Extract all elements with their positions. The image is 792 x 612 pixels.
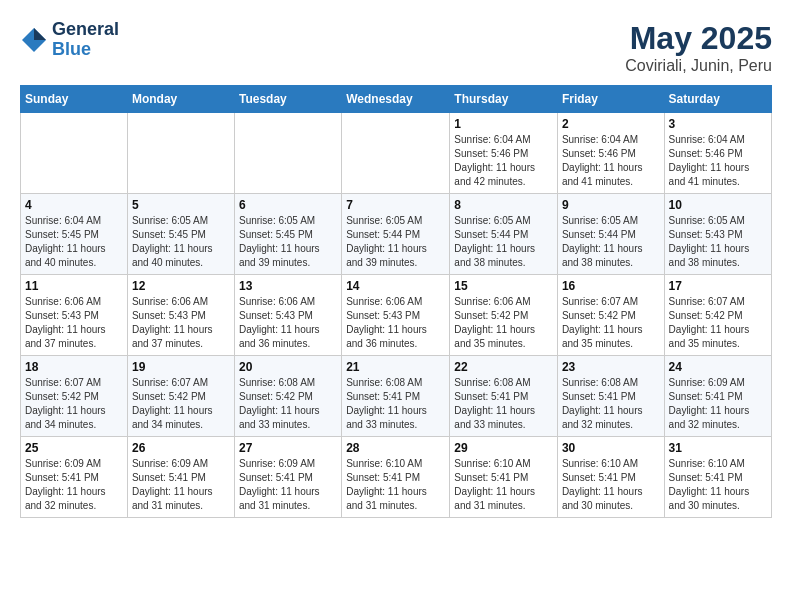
- calendar-cell: 11Sunrise: 6:06 AM Sunset: 5:43 PM Dayli…: [21, 275, 128, 356]
- day-info: Sunrise: 6:09 AM Sunset: 5:41 PM Dayligh…: [239, 457, 337, 513]
- calendar-cell: 16Sunrise: 6:07 AM Sunset: 5:42 PM Dayli…: [557, 275, 664, 356]
- calendar-table: SundayMondayTuesdayWednesdayThursdayFrid…: [20, 85, 772, 518]
- day-number: 29: [454, 441, 553, 455]
- calendar-cell: 24Sunrise: 6:09 AM Sunset: 5:41 PM Dayli…: [664, 356, 771, 437]
- day-number: 12: [132, 279, 230, 293]
- day-number: 4: [25, 198, 123, 212]
- day-number: 15: [454, 279, 553, 293]
- day-info: Sunrise: 6:04 AM Sunset: 5:46 PM Dayligh…: [669, 133, 767, 189]
- calendar-cell: [342, 113, 450, 194]
- day-number: 11: [25, 279, 123, 293]
- calendar-week-0: 1Sunrise: 6:04 AM Sunset: 5:46 PM Daylig…: [21, 113, 772, 194]
- calendar-cell: 13Sunrise: 6:06 AM Sunset: 5:43 PM Dayli…: [235, 275, 342, 356]
- page-title: May 2025: [625, 20, 772, 57]
- day-number: 7: [346, 198, 445, 212]
- calendar-cell: 15Sunrise: 6:06 AM Sunset: 5:42 PM Dayli…: [450, 275, 558, 356]
- day-info: Sunrise: 6:05 AM Sunset: 5:44 PM Dayligh…: [346, 214, 445, 270]
- calendar-header: SundayMondayTuesdayWednesdayThursdayFrid…: [21, 86, 772, 113]
- calendar-cell: 12Sunrise: 6:06 AM Sunset: 5:43 PM Dayli…: [127, 275, 234, 356]
- calendar-cell: 4Sunrise: 6:04 AM Sunset: 5:45 PM Daylig…: [21, 194, 128, 275]
- day-header-tuesday: Tuesday: [235, 86, 342, 113]
- calendar-cell: 7Sunrise: 6:05 AM Sunset: 5:44 PM Daylig…: [342, 194, 450, 275]
- day-info: Sunrise: 6:05 AM Sunset: 5:45 PM Dayligh…: [132, 214, 230, 270]
- day-number: 16: [562, 279, 660, 293]
- calendar-cell: [235, 113, 342, 194]
- calendar-week-2: 11Sunrise: 6:06 AM Sunset: 5:43 PM Dayli…: [21, 275, 772, 356]
- calendar-cell: 6Sunrise: 6:05 AM Sunset: 5:45 PM Daylig…: [235, 194, 342, 275]
- calendar-cell: 1Sunrise: 6:04 AM Sunset: 5:46 PM Daylig…: [450, 113, 558, 194]
- calendar-cell: 20Sunrise: 6:08 AM Sunset: 5:42 PM Dayli…: [235, 356, 342, 437]
- day-number: 27: [239, 441, 337, 455]
- day-number: 28: [346, 441, 445, 455]
- day-info: Sunrise: 6:05 AM Sunset: 5:44 PM Dayligh…: [454, 214, 553, 270]
- day-info: Sunrise: 6:06 AM Sunset: 5:42 PM Dayligh…: [454, 295, 553, 351]
- page-subtitle: Coviriali, Junin, Peru: [625, 57, 772, 75]
- calendar-cell: 23Sunrise: 6:08 AM Sunset: 5:41 PM Dayli…: [557, 356, 664, 437]
- day-number: 5: [132, 198, 230, 212]
- calendar-cell: 29Sunrise: 6:10 AM Sunset: 5:41 PM Dayli…: [450, 437, 558, 518]
- day-info: Sunrise: 6:04 AM Sunset: 5:45 PM Dayligh…: [25, 214, 123, 270]
- days-header-row: SundayMondayTuesdayWednesdayThursdayFrid…: [21, 86, 772, 113]
- day-number: 6: [239, 198, 337, 212]
- day-info: Sunrise: 6:07 AM Sunset: 5:42 PM Dayligh…: [132, 376, 230, 432]
- day-number: 18: [25, 360, 123, 374]
- day-number: 17: [669, 279, 767, 293]
- day-info: Sunrise: 6:08 AM Sunset: 5:41 PM Dayligh…: [562, 376, 660, 432]
- day-number: 22: [454, 360, 553, 374]
- day-number: 9: [562, 198, 660, 212]
- calendar-cell: 2Sunrise: 6:04 AM Sunset: 5:46 PM Daylig…: [557, 113, 664, 194]
- day-info: Sunrise: 6:06 AM Sunset: 5:43 PM Dayligh…: [346, 295, 445, 351]
- day-info: Sunrise: 6:09 AM Sunset: 5:41 PM Dayligh…: [25, 457, 123, 513]
- calendar-week-3: 18Sunrise: 6:07 AM Sunset: 5:42 PM Dayli…: [21, 356, 772, 437]
- day-info: Sunrise: 6:05 AM Sunset: 5:43 PM Dayligh…: [669, 214, 767, 270]
- day-header-friday: Friday: [557, 86, 664, 113]
- day-info: Sunrise: 6:04 AM Sunset: 5:46 PM Dayligh…: [562, 133, 660, 189]
- day-info: Sunrise: 6:05 AM Sunset: 5:44 PM Dayligh…: [562, 214, 660, 270]
- calendar-cell: 5Sunrise: 6:05 AM Sunset: 5:45 PM Daylig…: [127, 194, 234, 275]
- day-info: Sunrise: 6:07 AM Sunset: 5:42 PM Dayligh…: [669, 295, 767, 351]
- day-info: Sunrise: 6:04 AM Sunset: 5:46 PM Dayligh…: [454, 133, 553, 189]
- calendar-cell: 25Sunrise: 6:09 AM Sunset: 5:41 PM Dayli…: [21, 437, 128, 518]
- day-number: 14: [346, 279, 445, 293]
- day-number: 30: [562, 441, 660, 455]
- page-header: General Blue May 2025 Coviriali, Junin, …: [20, 20, 772, 75]
- day-number: 23: [562, 360, 660, 374]
- day-header-saturday: Saturday: [664, 86, 771, 113]
- day-header-sunday: Sunday: [21, 86, 128, 113]
- calendar-cell: 19Sunrise: 6:07 AM Sunset: 5:42 PM Dayli…: [127, 356, 234, 437]
- logo-blue: Blue: [52, 40, 119, 60]
- calendar-cell: 22Sunrise: 6:08 AM Sunset: 5:41 PM Dayli…: [450, 356, 558, 437]
- calendar-cell: 9Sunrise: 6:05 AM Sunset: 5:44 PM Daylig…: [557, 194, 664, 275]
- day-number: 10: [669, 198, 767, 212]
- day-number: 19: [132, 360, 230, 374]
- day-info: Sunrise: 6:08 AM Sunset: 5:41 PM Dayligh…: [454, 376, 553, 432]
- day-info: Sunrise: 6:06 AM Sunset: 5:43 PM Dayligh…: [132, 295, 230, 351]
- calendar-cell: 31Sunrise: 6:10 AM Sunset: 5:41 PM Dayli…: [664, 437, 771, 518]
- day-header-wednesday: Wednesday: [342, 86, 450, 113]
- calendar-cell: 30Sunrise: 6:10 AM Sunset: 5:41 PM Dayli…: [557, 437, 664, 518]
- calendar-cell: 14Sunrise: 6:06 AM Sunset: 5:43 PM Dayli…: [342, 275, 450, 356]
- day-number: 13: [239, 279, 337, 293]
- calendar-cell: 8Sunrise: 6:05 AM Sunset: 5:44 PM Daylig…: [450, 194, 558, 275]
- calendar-cell: [21, 113, 128, 194]
- day-info: Sunrise: 6:10 AM Sunset: 5:41 PM Dayligh…: [454, 457, 553, 513]
- day-info: Sunrise: 6:10 AM Sunset: 5:41 PM Dayligh…: [669, 457, 767, 513]
- day-number: 26: [132, 441, 230, 455]
- day-info: Sunrise: 6:08 AM Sunset: 5:42 PM Dayligh…: [239, 376, 337, 432]
- day-header-monday: Monday: [127, 86, 234, 113]
- day-number: 21: [346, 360, 445, 374]
- day-info: Sunrise: 6:10 AM Sunset: 5:41 PM Dayligh…: [562, 457, 660, 513]
- calendar-week-4: 25Sunrise: 6:09 AM Sunset: 5:41 PM Dayli…: [21, 437, 772, 518]
- logo-text: General Blue: [52, 20, 119, 60]
- day-info: Sunrise: 6:09 AM Sunset: 5:41 PM Dayligh…: [132, 457, 230, 513]
- day-info: Sunrise: 6:06 AM Sunset: 5:43 PM Dayligh…: [25, 295, 123, 351]
- calendar-cell: 10Sunrise: 6:05 AM Sunset: 5:43 PM Dayli…: [664, 194, 771, 275]
- day-info: Sunrise: 6:06 AM Sunset: 5:43 PM Dayligh…: [239, 295, 337, 351]
- calendar-body: 1Sunrise: 6:04 AM Sunset: 5:46 PM Daylig…: [21, 113, 772, 518]
- day-number: 8: [454, 198, 553, 212]
- calendar-cell: 26Sunrise: 6:09 AM Sunset: 5:41 PM Dayli…: [127, 437, 234, 518]
- calendar-cell: 17Sunrise: 6:07 AM Sunset: 5:42 PM Dayli…: [664, 275, 771, 356]
- calendar-cell: 21Sunrise: 6:08 AM Sunset: 5:41 PM Dayli…: [342, 356, 450, 437]
- calendar-cell: 18Sunrise: 6:07 AM Sunset: 5:42 PM Dayli…: [21, 356, 128, 437]
- calendar-cell: 28Sunrise: 6:10 AM Sunset: 5:41 PM Dayli…: [342, 437, 450, 518]
